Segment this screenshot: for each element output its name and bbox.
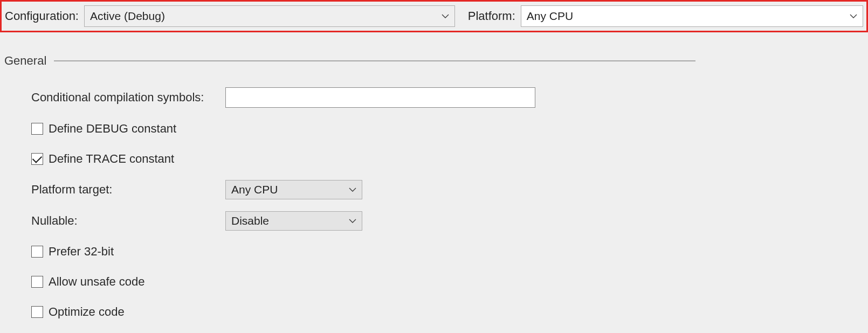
section-title: General	[4, 54, 46, 68]
platform-dropdown[interactable]: Any CPU	[521, 5, 863, 27]
define-debug-checkbox[interactable]	[31, 123, 43, 135]
section-rule	[54, 60, 695, 61]
prefer-32bit-checkbox[interactable]	[31, 246, 43, 258]
section-header: General	[4, 54, 864, 68]
row-prefer-32bit[interactable]: Prefer 32-bit	[31, 242, 864, 261]
chevron-down-icon	[850, 14, 857, 18]
form-rows: Conditional compilation symbols: Define …	[4, 87, 864, 321]
nullable-dropdown[interactable]: Disable	[225, 211, 362, 231]
optimize-label: Optimize code	[49, 305, 125, 319]
configuration-label: Configuration:	[5, 9, 79, 23]
chevron-down-icon	[349, 188, 356, 192]
row-platform-target: Platform target: Any CPU	[31, 180, 864, 199]
allow-unsafe-label: Allow unsafe code	[49, 275, 145, 289]
configuration-value: Active (Debug)	[90, 10, 165, 23]
row-allow-unsafe[interactable]: Allow unsafe code	[31, 273, 864, 291]
platform-target-dropdown[interactable]: Any CPU	[225, 180, 362, 199]
define-debug-label: Define DEBUG constant	[49, 122, 176, 136]
row-define-debug[interactable]: Define DEBUG constant	[31, 120, 864, 138]
define-trace-checkbox[interactable]	[31, 153, 43, 165]
symbols-input[interactable]	[225, 87, 535, 108]
chevron-down-icon	[349, 219, 356, 223]
platform-target-label: Platform target:	[31, 183, 225, 197]
define-trace-label: Define TRACE constant	[49, 152, 174, 166]
platform-target-value: Any CPU	[231, 183, 278, 196]
configuration-dropdown[interactable]: Active (Debug)	[84, 5, 455, 27]
chevron-down-icon	[442, 14, 449, 18]
nullable-label: Nullable:	[31, 214, 225, 228]
platform-label: Platform:	[468, 9, 515, 23]
prefer-32bit-label: Prefer 32-bit	[49, 245, 114, 259]
allow-unsafe-checkbox[interactable]	[31, 276, 43, 288]
symbols-label: Conditional compilation symbols:	[31, 91, 225, 105]
build-general-panel: General Conditional compilation symbols:…	[0, 32, 868, 321]
row-symbols: Conditional compilation symbols:	[31, 87, 864, 108]
nullable-value: Disable	[231, 214, 269, 227]
row-optimize[interactable]: Optimize code	[31, 303, 864, 321]
config-platform-bar: Configuration: Active (Debug) Platform: …	[0, 0, 868, 32]
platform-value: Any CPU	[527, 10, 573, 23]
row-define-trace[interactable]: Define TRACE constant	[31, 150, 864, 168]
row-nullable: Nullable: Disable	[31, 211, 864, 231]
optimize-checkbox[interactable]	[31, 306, 43, 318]
